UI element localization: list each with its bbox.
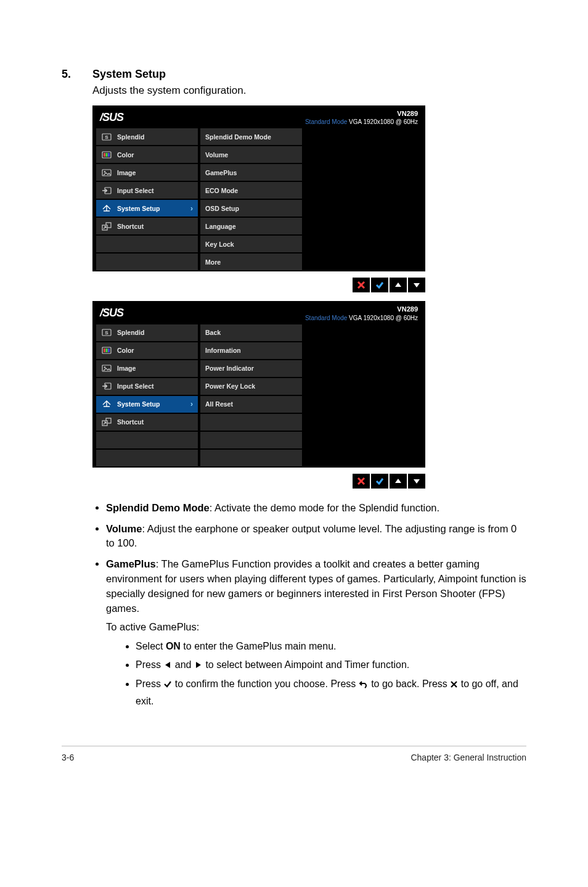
resolution-value: VGA 1920x1080 @ 60Hz	[349, 118, 418, 125]
submenu-item-key-lock[interactable]: Key Lock	[200, 236, 302, 252]
text: and	[172, 659, 194, 670]
section-number: 5.	[62, 68, 92, 81]
menu-item-system-setup[interactable]: System Setup›	[96, 200, 198, 217]
feature-text: : Adjust the earphone or speaker output …	[106, 523, 517, 549]
back-icon	[359, 677, 369, 693]
menu-item-input-select[interactable]: Input Select	[96, 182, 198, 199]
osd-panel-1: /SUS VN289 Standard Mode VGA 1920x1080 @…	[92, 105, 425, 271]
chevron-right-icon: ›	[190, 400, 193, 408]
menu-item-label: Splendid	[117, 329, 144, 336]
menu-item-color[interactable]: Color	[96, 146, 198, 163]
gameplus-step-1: Select ON to enter the GamePlus main men…	[136, 638, 526, 654]
menu-item-color[interactable]: Color	[96, 342, 198, 359]
chevron-right-icon: ›	[190, 204, 193, 213]
color-icon	[101, 151, 112, 159]
menu-item-image[interactable]: Image	[96, 360, 198, 377]
menu-item-input-select[interactable]: Input Select	[96, 378, 198, 395]
image-icon	[101, 364, 112, 373]
submenu-item-empty	[200, 450, 302, 466]
text: Press	[136, 659, 163, 670]
asus-logo: /SUS	[100, 111, 123, 124]
menu-item-system-setup[interactable]: System Setup›	[96, 396, 198, 413]
svg-rect-5	[108, 153, 110, 157]
hint-buttons-1	[92, 274, 425, 301]
feature-splendid: Splendid Demo Mode: Activate the demo mo…	[106, 501, 526, 516]
text: to go back. Press	[369, 679, 451, 689]
menu-item-label: Image	[117, 169, 136, 176]
submenu-item-information[interactable]: Information	[200, 342, 302, 359]
submenu-item-eco-mode[interactable]: ECO Mode	[200, 182, 302, 199]
resolution-value: VGA 1920x1080 @ 60Hz	[349, 315, 418, 321]
text: Select	[136, 641, 166, 651]
shortcut-icon	[101, 418, 112, 426]
submenu-item-empty	[200, 432, 302, 448]
submenu-item-gameplus[interactable]: GamePlus	[200, 164, 302, 181]
feature-volume: Volume: Adjust the earphone or speaker o…	[106, 522, 526, 551]
system-icon	[101, 400, 112, 408]
model-label: VN289	[305, 109, 418, 118]
left-arrow-icon	[163, 658, 172, 674]
feature-text: : Activate the demo mode for the Splendi…	[210, 502, 439, 513]
check-icon	[163, 677, 172, 693]
menu-item-label: Color	[117, 151, 134, 159]
up-icon[interactable]	[390, 474, 407, 489]
submenu-item-back[interactable]: Back	[200, 324, 302, 341]
svg-point-7	[104, 171, 106, 173]
menu-item-label: System Setup	[117, 400, 160, 408]
asus-logo: /SUS	[100, 307, 123, 320]
text: to enter the GamePlus main menu.	[181, 641, 337, 651]
feature-gameplus: GamePlus: The GamePlus Function provides…	[106, 557, 526, 709]
submenu-item-osd-setup[interactable]: OSD Setup	[200, 200, 302, 217]
down-icon[interactable]	[408, 474, 425, 489]
menu-item-image[interactable]: Image	[96, 164, 198, 181]
check-icon[interactable]	[371, 278, 388, 292]
close-icon[interactable]	[353, 278, 370, 292]
image-icon	[101, 168, 112, 177]
close-icon[interactable]	[353, 474, 370, 489]
feature-list: Splendid Demo Mode: Activate the demo mo…	[92, 501, 526, 709]
gameplus-step-3: Press to confirm the function you choose…	[136, 676, 526, 709]
menu-item-empty	[96, 450, 198, 466]
color-icon	[101, 346, 112, 355]
right-arrow-icon	[194, 658, 203, 674]
feature-name: Splendid Demo Mode	[106, 502, 210, 513]
submenu-item-more[interactable]: More	[200, 254, 302, 270]
section-description: Adjusts the system configuration.	[92, 85, 526, 97]
menu-item-empty	[96, 254, 198, 270]
down-icon[interactable]	[408, 278, 425, 292]
submenu-item-volume[interactable]: Volume	[200, 146, 302, 163]
menu-item-label: Input Select	[117, 187, 154, 194]
svg-rect-15	[106, 349, 108, 352]
submenu-item-all-reset[interactable]: All Reset	[200, 396, 302, 413]
svg-rect-3	[104, 153, 105, 157]
menu-item-label: Image	[117, 365, 136, 372]
feature-name: Volume	[106, 523, 142, 534]
feature-text: : The GamePlus Function provides a toolk…	[106, 558, 526, 614]
menu-item-empty	[96, 236, 198, 252]
menu-item-label: Color	[117, 347, 134, 354]
menu-item-label: Shortcut	[117, 418, 144, 426]
hint-buttons-2	[92, 470, 425, 497]
up-icon[interactable]	[390, 278, 407, 292]
svg-rect-16	[108, 349, 110, 352]
text: to select between Aimpoint and Timer fun…	[203, 659, 409, 670]
mode-label: Standard Mode	[305, 315, 347, 321]
on-label: ON	[166, 641, 181, 651]
input-icon	[101, 186, 112, 195]
menu-item-splendid[interactable]: SSplendid	[96, 324, 198, 341]
menu-item-splendid[interactable]: SSplendid	[96, 128, 198, 145]
mode-label: Standard Mode	[305, 118, 347, 125]
submenu-item-power-key-lock[interactable]: Power Key Lock	[200, 378, 302, 395]
submenu-item-power-indicator[interactable]: Power Indicator	[200, 360, 302, 377]
svg-text:S: S	[105, 134, 108, 140]
submenu-item-language[interactable]: Language	[200, 218, 302, 234]
menu-item-label: Input Select	[117, 382, 154, 390]
svg-rect-14	[104, 349, 105, 352]
menu-item-shortcut[interactable]: Shortcut	[96, 218, 198, 234]
gameplus-intro: To active GamePlus:	[106, 620, 526, 635]
submenu-item-splendid-demo-mode[interactable]: Splendid Demo Mode	[200, 128, 302, 145]
model-label: VN289	[305, 305, 418, 313]
check-icon[interactable]	[371, 474, 388, 489]
svg-text:S: S	[105, 330, 108, 336]
menu-item-shortcut[interactable]: Shortcut	[96, 414, 198, 431]
